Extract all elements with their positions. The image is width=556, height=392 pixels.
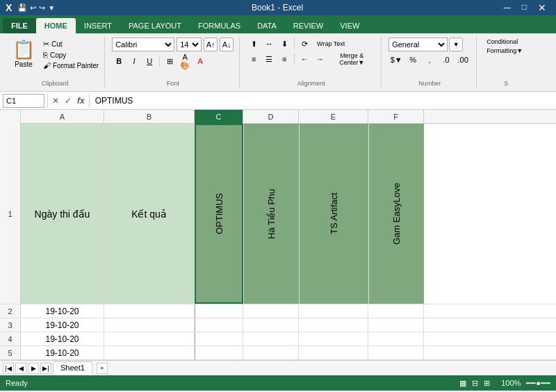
tab-home[interactable]: HOME: [36, 18, 76, 33]
cell-C1[interactable]: OPTIMUS: [195, 124, 243, 304]
align-center-btn[interactable]: ☰: [262, 53, 276, 65]
font-family-select[interactable]: Calibri: [112, 38, 174, 51]
tab-file[interactable]: FILE: [3, 18, 36, 33]
cell-A5[interactable]: 19-10-20: [21, 346, 104, 359]
col-header-C[interactable]: C: [195, 110, 243, 124]
increase-decimal-btn[interactable]: .00: [455, 53, 471, 67]
first-sheet-btn[interactable]: |◀: [3, 363, 14, 374]
cell-B1[interactable]: Kết quả: [104, 124, 195, 304]
cell-B2[interactable]: [104, 304, 195, 318]
cell-C2[interactable]: [195, 304, 243, 318]
tab-view[interactable]: VIEW: [332, 18, 368, 33]
cell-B3[interactable]: [104, 318, 195, 332]
tab-formulas[interactable]: FORMULAS: [190, 18, 249, 33]
tab-page-layout[interactable]: PAGE LAYOUT: [120, 18, 190, 33]
col-header-B[interactable]: B: [104, 110, 195, 124]
col-header-D[interactable]: D: [243, 110, 299, 124]
cell-C3[interactable]: [195, 318, 243, 332]
cell-D2[interactable]: [243, 304, 299, 318]
align-left-btn[interactable]: ≡: [247, 53, 261, 65]
cell-E3[interactable]: [299, 318, 368, 332]
tab-review[interactable]: REVIEW: [285, 18, 332, 33]
currency-btn[interactable]: $▼: [389, 53, 404, 67]
row-header-4[interactable]: 4: [0, 332, 21, 345]
cell-C5[interactable]: [195, 346, 243, 359]
minimize-btn[interactable]: ─: [500, 2, 515, 13]
cell-A2[interactable]: 19-10-20: [21, 304, 104, 318]
cell-D3[interactable]: [243, 318, 299, 332]
cell-B5[interactable]: [104, 346, 195, 359]
cut-button[interactable]: ✂ Cut: [40, 39, 101, 49]
align-right-btn[interactable]: ≡: [277, 53, 291, 65]
increase-font-btn[interactable]: A↑: [204, 38, 218, 51]
cell-C4[interactable]: [195, 332, 243, 345]
prev-sheet-btn[interactable]: ◀: [15, 363, 26, 374]
tab-data[interactable]: DATA: [249, 18, 285, 33]
row-header-2[interactable]: 2: [0, 304, 21, 318]
cell-D1[interactable]: Hà Tiều Phu: [243, 124, 299, 304]
insert-function-icon[interactable]: fx: [76, 95, 86, 107]
align-top-btn[interactable]: ⬆: [247, 38, 261, 50]
wrap-text-btn[interactable]: Wrap Text: [313, 38, 349, 50]
italic-button[interactable]: I: [127, 54, 141, 68]
undo-icon[interactable]: ↩: [30, 3, 36, 13]
format-painter-button[interactable]: 🖌 Format Painter: [40, 60, 101, 70]
text-angle-btn[interactable]: ⟳: [297, 38, 311, 50]
row-header-5[interactable]: 5: [0, 346, 21, 359]
decrease-indent-btn[interactable]: ←: [297, 53, 311, 65]
confirm-formula-icon[interactable]: ✓: [63, 95, 73, 107]
cell-reference-input[interactable]: [3, 94, 44, 108]
bold-button[interactable]: B: [112, 54, 126, 68]
close-btn[interactable]: ✕: [534, 2, 550, 13]
align-bottom-btn[interactable]: ⬇: [277, 38, 291, 50]
add-sheet-btn[interactable]: +: [97, 363, 108, 374]
row-header-3[interactable]: 3: [0, 318, 21, 332]
decrease-decimal-btn[interactable]: .0: [439, 53, 454, 67]
cell-E4[interactable]: [299, 332, 368, 345]
cell-E5[interactable]: [299, 346, 368, 359]
cell-F3[interactable]: [368, 318, 424, 332]
cell-A3[interactable]: 19-10-20: [21, 318, 104, 332]
normal-view-btn[interactable]: ▦: [459, 379, 466, 388]
cell-F2[interactable]: [368, 304, 424, 318]
cell-E2[interactable]: [299, 304, 368, 318]
conditional-formatting-btn[interactable]: Conditional Formatting▼: [484, 38, 528, 55]
sheet-tab-sheet1[interactable]: Sheet1: [53, 361, 92, 375]
number-format-expand-btn[interactable]: ▼: [449, 38, 463, 51]
paste-button[interactable]: 📋 Paste: [8, 38, 39, 70]
maximize-btn[interactable]: □: [518, 2, 531, 13]
merge-center-btn[interactable]: Merge & Center▼: [328, 53, 375, 65]
decrease-font-btn[interactable]: A↓: [220, 38, 234, 51]
customize-icon[interactable]: ▼: [48, 4, 55, 12]
col-header-E[interactable]: E: [299, 110, 368, 124]
cell-E1[interactable]: TS Artifact: [299, 124, 368, 304]
underline-button[interactable]: U: [142, 54, 156, 68]
comma-btn[interactable]: ,: [422, 53, 437, 67]
cell-B4[interactable]: [104, 332, 195, 345]
cancel-formula-icon[interactable]: ✕: [51, 95, 60, 107]
tab-insert[interactable]: INSERT: [76, 18, 120, 33]
fill-color-button[interactable]: A🎨: [178, 54, 192, 68]
last-sheet-btn[interactable]: ▶|: [40, 363, 51, 374]
next-sheet-btn[interactable]: ▶: [28, 363, 39, 374]
number-format-select[interactable]: General: [389, 38, 448, 51]
page-layout-view-btn[interactable]: ⊟: [472, 379, 478, 388]
increase-indent-btn[interactable]: →: [313, 53, 327, 65]
font-size-select[interactable]: 14: [177, 38, 202, 51]
cell-F4[interactable]: [368, 332, 424, 345]
col-header-A[interactable]: A: [21, 110, 104, 124]
page-break-view-btn[interactable]: ⊞: [484, 379, 490, 388]
cell-D4[interactable]: [243, 332, 299, 345]
font-color-button[interactable]: A: [193, 54, 207, 68]
copy-button[interactable]: ⎘ Copy: [40, 50, 101, 60]
border-button[interactable]: ⊞: [163, 54, 177, 68]
cell-D5[interactable]: [243, 346, 299, 359]
zoom-slider[interactable]: ━━●━━: [526, 379, 550, 388]
redo-icon[interactable]: ↪: [39, 3, 45, 13]
percent-btn[interactable]: %: [405, 53, 420, 67]
cell-F1[interactable]: Gam EasyLove: [368, 124, 424, 304]
cell-F5[interactable]: [368, 346, 424, 359]
align-middle-btn[interactable]: ↔: [262, 38, 276, 50]
quick-save-icon[interactable]: 💾: [17, 3, 27, 13]
col-header-F[interactable]: F: [368, 110, 424, 124]
